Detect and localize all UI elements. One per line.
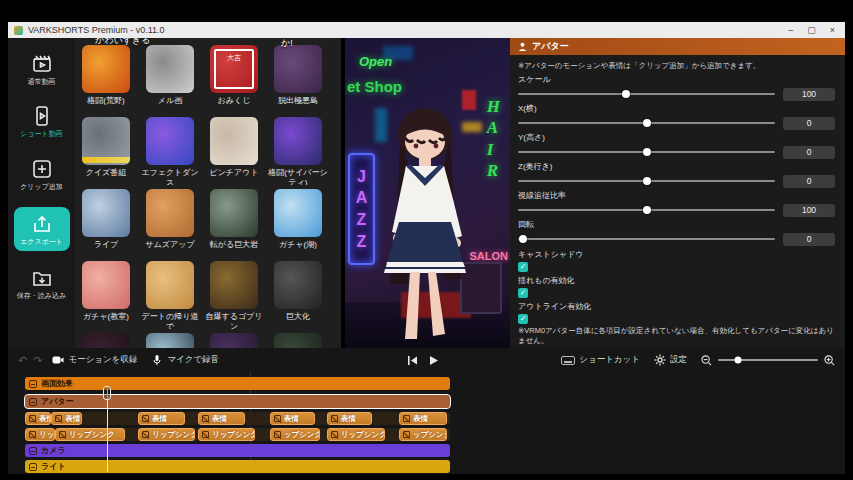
track-bar[interactable]: カメラ <box>25 444 450 457</box>
clip-tile[interactable]: サムズアップ <box>146 189 194 257</box>
playhead[interactable] <box>107 386 108 472</box>
clip-tile[interactable]: エフェクトダンス <box>146 117 194 185</box>
slider-5[interactable] <box>518 238 775 240</box>
slider-handle[interactable] <box>643 177 651 185</box>
slider-label: スケール <box>518 74 835 85</box>
slider-value[interactable]: 0 <box>783 233 835 246</box>
timeline-clip[interactable]: 表情 <box>327 412 372 425</box>
tile-thumbnail <box>274 261 322 309</box>
slider-value[interactable]: 100 <box>783 204 835 217</box>
slider-1[interactable] <box>518 122 775 124</box>
zoom-in-icon[interactable] <box>824 355 835 366</box>
tile-label: 格闘(荒野) <box>75 96 138 113</box>
slider-handle[interactable] <box>643 206 651 214</box>
sidebar-item-3[interactable]: エクスポート <box>14 207 70 250</box>
checkbox[interactable]: ✓ <box>518 314 528 324</box>
redo-button[interactable]: ↷ <box>33 354 42 367</box>
avatar-preview[interactable]: Open et Shop HAIR SALON JAZZ <box>341 38 510 348</box>
slider-handle[interactable] <box>622 90 630 98</box>
clip-icon <box>142 415 149 422</box>
clip-tile[interactable]: クイズ番組 <box>82 117 130 185</box>
clip-icon <box>331 431 338 438</box>
timeline-clip[interactable]: 表情 <box>399 412 447 425</box>
clip-tile[interactable]: 巨大化 <box>274 261 322 329</box>
slider-3[interactable] <box>518 180 775 182</box>
clip-tile[interactable]: 転がる巨大岩 <box>210 189 258 257</box>
timeline-clip[interactable]: ップシンク <box>399 428 447 441</box>
sidebar-item-label: ショート動画 <box>20 130 63 138</box>
clip-tile[interactable] <box>274 333 322 348</box>
clip-tile[interactable]: ピンチアウト <box>210 117 258 185</box>
zoom-out-icon[interactable] <box>701 355 712 366</box>
timeline-clip[interactable]: リップシンク <box>198 428 255 441</box>
skip-to-start-icon[interactable] <box>407 355 418 366</box>
clip-tile[interactable]: ライブ <box>82 189 130 257</box>
tile-thumbnail: 大吉 <box>210 45 258 93</box>
sidebar-item-0[interactable]: 通常動画 <box>14 50 70 89</box>
clip-tile[interactable]: ガチャ(湖) <box>274 189 322 257</box>
tile-thumbnail <box>146 261 194 309</box>
track-bar[interactable]: 画面効果 <box>25 377 450 390</box>
shortcut-button[interactable]: ショートカット <box>561 354 640 366</box>
slider-4[interactable] <box>518 209 775 211</box>
timeline-clip[interactable]: ップシンク <box>270 428 320 441</box>
clip-tile[interactable]: 自爆するゴブリン <box>210 261 258 329</box>
timeline-clip[interactable]: リップシンク <box>55 428 125 441</box>
sidebar-item-2[interactable]: クリップ追加 <box>14 155 70 194</box>
slider-value[interactable]: 0 <box>783 175 835 188</box>
slider-0[interactable] <box>518 93 775 95</box>
clip-tile[interactable] <box>82 333 130 348</box>
maximize-button[interactable]: ▢ <box>807 22 816 38</box>
clip-tile[interactable]: 脱出極悪島 <box>274 45 322 113</box>
sidebar-item-1[interactable]: ショート動画 <box>14 102 70 141</box>
timeline-clip[interactable]: 表情 <box>51 412 82 425</box>
clip-label: 表情 <box>39 414 51 424</box>
track-bar[interactable]: ライト <box>25 460 450 473</box>
panel-header: アバター <box>510 38 845 55</box>
sidebar-item-4[interactable]: 保存・読み込み <box>14 264 70 303</box>
record-motion-button[interactable]: モーションを収録 <box>52 354 137 366</box>
timeline-zoom-slider[interactable] <box>718 359 818 361</box>
clip-tile[interactable]: 大吉おみくじ <box>210 45 258 113</box>
timeline-clip[interactable]: リップシンク <box>327 428 385 441</box>
tile-thumbnail <box>274 45 322 93</box>
clip-label: リップシンク <box>341 430 385 440</box>
timeline-clip[interactable]: 表情 <box>270 412 315 425</box>
timeline-clip[interactable]: 表情 <box>138 412 185 425</box>
settings-button[interactable]: 設定 <box>654 354 687 366</box>
clip-tile[interactable]: メル画 <box>146 45 194 113</box>
playhead-handle[interactable] <box>103 386 111 400</box>
close-button[interactable]: × <box>830 22 835 38</box>
clip-tile[interactable]: 格闘(荒野) <box>82 45 130 113</box>
minimize-button[interactable]: – <box>788 22 793 38</box>
checkbox[interactable]: ✓ <box>518 262 528 272</box>
clip-tile[interactable]: 格闘(サイバーシティ) <box>274 117 322 185</box>
timeline-clip[interactable]: リップシ <box>25 428 55 441</box>
slider-handle[interactable] <box>643 119 651 127</box>
tile-thumbnail <box>274 189 322 237</box>
slider-value[interactable]: 0 <box>783 146 835 159</box>
undo-button[interactable]: ↶ <box>18 354 27 367</box>
clip-tile[interactable] <box>210 333 258 348</box>
checkbox[interactable]: ✓ <box>518 288 528 298</box>
clip-icon <box>403 431 410 438</box>
clip-tile[interactable] <box>146 333 194 348</box>
timeline-clip[interactable]: 表情 <box>198 412 245 425</box>
play-button-icon[interactable] <box>428 355 439 366</box>
timeline-clip[interactable]: 表情 <box>25 412 51 425</box>
slider-2[interactable] <box>518 151 775 153</box>
sidebar-item-label: 通常動画 <box>28 78 56 86</box>
slider-handle[interactable] <box>643 148 651 156</box>
timeline-clip[interactable]: リップシンク <box>138 428 195 441</box>
clip-tile[interactable]: デートの帰り道で <box>146 261 194 329</box>
tile-label: 巨大化 <box>266 312 330 329</box>
clip-tile[interactable]: ガチャ(教室) <box>82 261 130 329</box>
toast-text: か! <box>281 38 293 50</box>
clip-label: リップシンク <box>152 430 195 440</box>
slider-handle[interactable] <box>519 235 527 243</box>
slider-value[interactable]: 0 <box>783 117 835 130</box>
record-mic-button[interactable]: マイクで録音 <box>151 354 219 366</box>
title-bar: VARKSHORTS Premium - v0.11.0 – ▢ × <box>8 22 845 38</box>
track-bar[interactable]: アバター <box>25 395 450 408</box>
slider-value[interactable]: 100 <box>783 88 835 101</box>
